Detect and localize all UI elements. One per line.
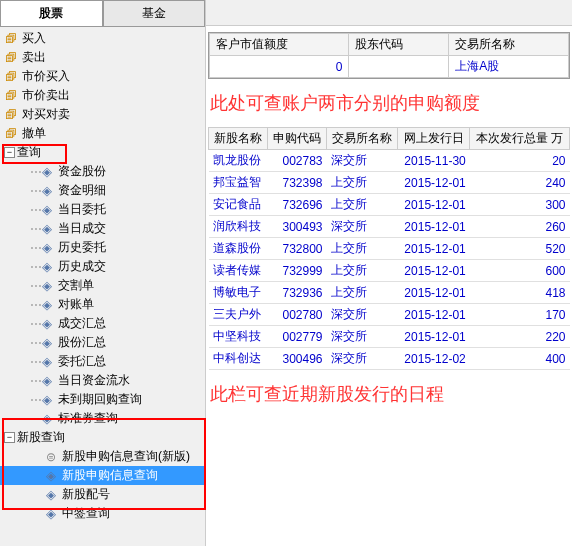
ipo-header-cell[interactable]: 交易所名称 — [327, 128, 398, 150]
ipo-header-cell[interactable]: 申购代码 — [268, 128, 327, 150]
cell-name: 润欣科技 — [209, 216, 268, 238]
cell-code: 732999 — [268, 260, 327, 282]
tag-icon: ◈ — [40, 355, 54, 369]
nav-item[interactable]: ⋯ ◈成交汇总 — [0, 314, 205, 333]
tree-connector: ⋯ — [30, 260, 40, 274]
nav-label: 新股申购信息查询(新版) — [62, 448, 190, 465]
tag-icon: ◈ — [40, 279, 54, 293]
ipo-header-cell[interactable]: 新股名称 — [209, 128, 268, 150]
tab-stock[interactable]: 股票 — [0, 0, 103, 26]
nav-label: 资金明细 — [58, 182, 106, 199]
table-row[interactable]: 中坚科技002779深交所2015-12-01220 — [209, 326, 570, 348]
table-row[interactable]: 道森股份732800上交所2015-12-01520 — [209, 238, 570, 260]
tree-connector: ⋯ — [30, 222, 40, 236]
nav-label: 新股查询 — [17, 429, 65, 446]
tree-connector: ⋯ — [30, 279, 40, 293]
table-row[interactable]: 读者传媒732999上交所2015-12-01600 — [209, 260, 570, 282]
nav-item[interactable]: 🗊买入 — [0, 29, 205, 48]
quota-header: 客户市值额度 — [210, 34, 349, 56]
cell-code: 732800 — [268, 238, 327, 260]
nav-label: 中签查询 — [62, 505, 110, 522]
nav-label: 委托汇总 — [58, 353, 106, 370]
nav-item[interactable]: ⋯ ◈交割单 — [0, 276, 205, 295]
table-row[interactable]: 安记食品732696上交所2015-12-01300 — [209, 194, 570, 216]
cell-name: 中坚科技 — [209, 326, 268, 348]
nav-item[interactable]: 🗊市价买入 — [0, 67, 205, 86]
nav-label: 当日委托 — [58, 201, 106, 218]
nav-item[interactable]: ⋯ ◈资金明细 — [0, 181, 205, 200]
table-row[interactable]: 润欣科技300493深交所2015-12-01260 — [209, 216, 570, 238]
nav-item[interactable]: ⋯ ◈委托汇总 — [0, 352, 205, 371]
nav-item[interactable]: ◈新股申购信息查询 — [0, 466, 205, 485]
nav-item[interactable]: 🗊市价卖出 — [0, 86, 205, 105]
cell-exchange: 深交所 — [327, 150, 398, 172]
cell-exchange: 上交所 — [327, 194, 398, 216]
nav-label: 历史委托 — [58, 239, 106, 256]
nav-label: 资金股份 — [58, 163, 106, 180]
nav-item[interactable]: ⋯ ◈当日委托 — [0, 200, 205, 219]
cell-exchange: 深交所 — [327, 348, 398, 370]
nav-item[interactable]: ◈中签查询 — [0, 504, 205, 523]
nav-item[interactable]: ⋯ ◈当日资金流水 — [0, 371, 205, 390]
quota-section: 客户市值额度 股东代码 交易所名称 0 上海A股 — [208, 32, 570, 79]
ipo-header-cell[interactable]: 网上发行日 — [398, 128, 470, 150]
table-row[interactable]: 博敏电子732936上交所2015-12-01418 — [209, 282, 570, 304]
cell-exchange: 上交所 — [327, 172, 398, 194]
cell-volume: 240 — [470, 172, 570, 194]
action-icon: 🗊 — [4, 70, 18, 84]
nav-item[interactable]: ⋯ ◈对账单 — [0, 295, 205, 314]
action-icon: 🗊 — [4, 32, 18, 46]
quota-table: 客户市值额度 股东代码 交易所名称 0 上海A股 — [209, 33, 569, 78]
table-row[interactable]: 凯龙股份002783深交所2015-11-3020 — [209, 150, 570, 172]
nav-item[interactable]: 🗊对买对卖 — [0, 105, 205, 124]
action-icon: 🗊 — [4, 108, 18, 122]
cell-exchange: 深交所 — [327, 216, 398, 238]
cell-date: 2015-12-01 — [398, 172, 470, 194]
nav-item[interactable]: ⋯ ◈未到期回购查询 — [0, 390, 205, 409]
nav-item[interactable]: ⋯ ◈资金股份 — [0, 162, 205, 181]
cell-code: 732696 — [268, 194, 327, 216]
action-icon: 🗊 — [4, 89, 18, 103]
nav-item[interactable]: ⋯ ◈历史成交 — [0, 257, 205, 276]
nav-label: 卖出 — [22, 49, 46, 66]
main-content: 客户市值额度 股东代码 交易所名称 0 上海A股 此处可查账户两市分别的申购额度… — [206, 0, 572, 546]
nav-group-query[interactable]: −查询 — [0, 143, 205, 162]
sidebar-tabs: 股票 基金 — [0, 0, 205, 27]
collapse-icon[interactable]: − — [4, 147, 15, 158]
tree-connector: ⋯ — [30, 336, 40, 350]
nav-item[interactable]: ⊜新股申购信息查询(新版) — [0, 447, 205, 466]
quota-header: 交易所名称 — [449, 34, 569, 56]
nav-item[interactable]: ⋯ ◈标准券查询 — [0, 409, 205, 428]
table-row[interactable]: 中科创达300496深交所2015-12-02400 — [209, 348, 570, 370]
quota-code-cell — [349, 56, 449, 78]
tag-icon: ◈ — [40, 412, 54, 426]
tree-connector: ⋯ — [30, 393, 40, 407]
cell-code: 300493 — [268, 216, 327, 238]
tree-connector: ⋯ — [30, 317, 40, 331]
quota-value-cell: 0 — [210, 56, 349, 78]
nav-item[interactable]: 🗊撤单 — [0, 124, 205, 143]
nav-label: 当日资金流水 — [58, 372, 130, 389]
nav-item[interactable]: 🗊卖出 — [0, 48, 205, 67]
nav-item[interactable]: ⋯ ◈历史委托 — [0, 238, 205, 257]
action-icon: 🗊 — [4, 127, 18, 141]
cell-volume: 300 — [470, 194, 570, 216]
cell-volume: 20 — [470, 150, 570, 172]
nav-item[interactable]: ⋯ ◈当日成交 — [0, 219, 205, 238]
nav-item[interactable]: ◈新股配号 — [0, 485, 205, 504]
tree-connector: ⋯ — [30, 203, 40, 217]
tab-fund[interactable]: 基金 — [103, 0, 206, 26]
ipo-header-cell[interactable]: 本次发行总量 万 — [470, 128, 570, 150]
nav-label: 撤单 — [22, 125, 46, 142]
nav-group-newstock[interactable]: −新股查询 — [0, 428, 205, 447]
nav-label: 历史成交 — [58, 258, 106, 275]
cell-volume: 220 — [470, 326, 570, 348]
tree-connector: ⋯ — [30, 355, 40, 369]
table-row[interactable]: 三夫户外002780深交所2015-12-01170 — [209, 304, 570, 326]
nav-label: 成交汇总 — [58, 315, 106, 332]
cell-volume: 600 — [470, 260, 570, 282]
cell-code: 732936 — [268, 282, 327, 304]
table-row[interactable]: 邦宝益智732398上交所2015-12-01240 — [209, 172, 570, 194]
collapse-icon[interactable]: − — [4, 432, 15, 443]
nav-item[interactable]: ⋯ ◈股份汇总 — [0, 333, 205, 352]
